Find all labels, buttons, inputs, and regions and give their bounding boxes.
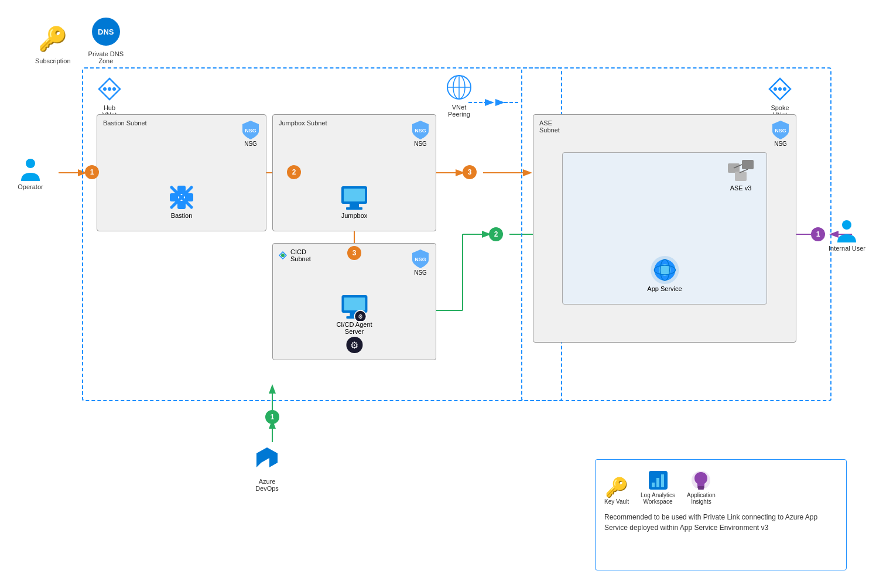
svg-rect-68 [656,478,659,487]
svg-rect-41 [346,207,362,210]
bastion-subnet-box: Bastion Subnet NSG NSG Bastion [97,114,266,231]
svg-point-64 [26,159,35,168]
dns-label: Private DNS Zone [88,50,124,64]
number-orange-1: 1 [85,165,99,179]
app-insights-label: Application Insights [687,492,716,505]
cicd-agent-label: CI/CD Agent Server [336,321,372,335]
azure-devops-icon [252,445,282,476]
svg-point-20 [103,87,107,91]
hub-vnet-icon [97,76,122,102]
svg-rect-55 [742,160,754,169]
jumpbox-nsg-icon: NSG [411,119,430,141]
svg-rect-40 [350,204,359,207]
legend-icons: 🔑 Key Vault Log Analytics Workspace [604,469,837,505]
bastion-nsg-icon: NSG [241,119,260,141]
spoke-vnet: SpokeVNet [767,76,793,118]
app-service-icon [649,255,680,285]
legend-description: Recommended to be used with Private Link… [604,512,837,533]
svg-point-25 [778,87,782,91]
ase-v3-group: ASE v3 [727,159,755,192]
cicd-nsg: NSG NSG [411,248,430,276]
subscription-icon: 🔑 [39,25,67,53]
svg-point-21 [108,87,111,91]
legend-key-vault: 🔑 Key Vault [604,476,629,505]
svg-rect-67 [652,483,655,487]
svg-point-24 [774,87,777,91]
ase-nsg-label: NSG [774,141,787,147]
cicd-label-group: CICD Subnet [279,248,311,262]
cicd-icon [279,251,287,259]
bastion-icon [167,183,196,212]
legend-box: 🔑 Key Vault Log Analytics Workspace [595,459,847,570]
svg-rect-39 [344,189,365,201]
cicd-agent-group: ⚙ CI/CD Agent Server ⚙ [336,293,372,354]
log-analytics-label: Log Analytics Workspace [641,492,675,505]
cicd-nsg-label: NSG [414,269,427,276]
vnet-peering-icon [445,73,473,101]
bastion-label: Bastion [171,212,193,219]
operator: Operator [18,155,43,190]
cicd-subnet-label: CICD Subnet [290,248,311,262]
azure-devops: AzureDevOps [252,445,282,492]
number-purple-1: 1 [811,227,825,241]
app-service-label: App Service [647,285,682,292]
vnet-peering-label: VNetPeering [448,104,470,118]
ase-subnet-label: ASE Subnet [539,119,560,134]
svg-rect-46 [344,298,365,310]
hub-vnet: HubVNet [97,76,122,118]
jumpbox-nsg: NSG NSG [411,119,430,147]
jumpbox-icon-group: Jumpbox [339,184,369,219]
internal-user: Internal User [829,217,865,252]
svg-point-26 [783,87,786,91]
ase-nsg: NSG NSG [771,119,790,147]
ase-v3-label: ASE v3 [730,184,752,192]
svg-text:⚙: ⚙ [357,313,362,320]
dns-icon: DNS [92,18,120,46]
azure-devops-label: AzureDevOps [255,478,279,492]
svg-text:NSG: NSG [775,128,786,134]
jumpbox-nsg-label: NSG [414,141,427,147]
bastion-nsg-label: NSG [244,141,257,147]
diagram-container: 🔑 Subscription DNS Private DNS Zone HubV… [0,0,876,588]
number-orange-3-cicd: 3 [347,246,361,260]
top-icons: 🔑 Subscription DNS Private DNS Zone [35,18,124,64]
svg-rect-69 [661,474,664,487]
spoke-vnet-icon [767,76,793,102]
svg-point-65 [842,220,851,230]
bastion-subnet-label: Bastion Subnet [103,119,147,127]
svg-rect-71 [697,486,704,488]
key-vault-label: Key Vault [604,498,629,505]
cicd-subnet-box: CICD Subnet NSG NSG ⚙ CI/CD Agent Server [272,243,436,360]
number-orange-3: 3 [463,165,477,179]
svg-text:⚙: ⚙ [350,340,358,350]
jumpbox-subnet-label: Jumpbox Subnet [279,119,327,127]
svg-point-43 [281,254,285,257]
internal-user-icon [834,217,860,242]
app-service-group: App Service [647,255,682,292]
app-insights-icon [689,469,713,492]
subscription-label: Subscription [35,57,71,64]
ase-v3-icon [727,159,755,184]
legend-app-insights: Application Insights [687,469,716,505]
svg-rect-72 [698,488,704,490]
ase-inner-box: ASE v3 App Service [562,152,767,305]
bastion-nsg: NSG NSG [241,119,260,147]
cicd-agent-icon: ⚙ [339,293,369,321]
jumpbox-icon [339,184,369,212]
log-analytics-icon [646,469,670,492]
svg-text:NSG: NSG [415,128,426,134]
vnet-peering: VNetPeering [445,73,473,118]
operator-icon [18,155,43,181]
operator-label: Operator [18,183,43,190]
github-icon: ⚙ [345,336,363,354]
subscription-icon-item: 🔑 Subscription [35,25,71,64]
number-green-2: 2 [489,227,503,241]
bastion-icon-group: Bastion [167,183,196,219]
svg-point-22 [112,87,116,91]
legend-log-analytics: Log Analytics Workspace [641,469,675,505]
ase-nsg-icon: NSG [771,119,790,141]
number-orange-2: 2 [287,165,301,179]
dns-icon-item: DNS Private DNS Zone [88,18,124,64]
number-green-1: 1 [265,410,279,424]
internal-user-label: Internal User [829,245,865,252]
